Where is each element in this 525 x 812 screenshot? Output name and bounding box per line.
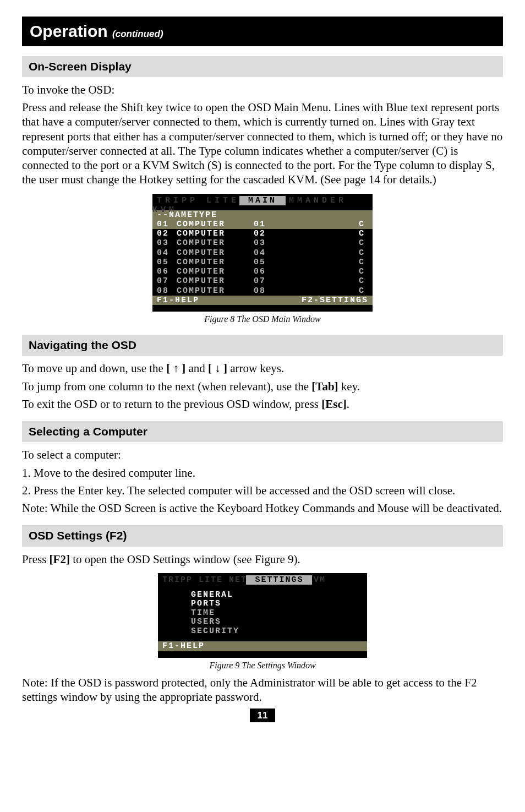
osd-main-footer: F1-HELP F2-SETTINGS	[152, 296, 373, 305]
osd-main-window: TRIPP LITE NETCOMMANDER KVM MAIN -- NAME…	[152, 194, 373, 312]
settings-item-security: SECURITY	[191, 627, 367, 636]
osd-settings-footer-help: F1-HELP	[162, 641, 363, 651]
settings-item-ports: PORTS	[191, 600, 367, 609]
figure-8-caption: Figure 8 The OSD Main Window	[22, 314, 503, 325]
settings-para: Press [F2] to open the OSD Settings wind…	[22, 552, 503, 566]
nav-line-2: To jump from one column to the next (whe…	[22, 379, 503, 394]
footer-note: Note: If the OSD is password protected, …	[22, 675, 503, 705]
title-main: Operation	[30, 22, 108, 40]
osd-row: 07 COMPUTER 07 C	[152, 276, 373, 286]
osd-main-header-row: -- NAME TYPE	[152, 210, 373, 220]
settings-item-time: TIME	[191, 609, 367, 618]
page-number: 11	[250, 709, 275, 722]
heading-navigating-osd: Navigating the OSD	[22, 335, 503, 356]
osd-row: 08 COMPUTER 08 C	[152, 286, 373, 296]
osd-settings-footer: F1-HELP	[158, 641, 367, 651]
osd-row: 05 COMPUTER 05 C	[152, 258, 373, 267]
heading-selecting-computer: Selecting a Computer	[22, 421, 503, 442]
osd-settings-window: TRIPP LITE NETCOMMANDER KVM SETTINGS GEN…	[158, 573, 367, 658]
osd-main-title-center: MAIN	[239, 196, 286, 205]
heading-on-screen-display: On-Screen Display	[22, 56, 503, 77]
select-step-1: 1. Move to the desired computer line.	[22, 466, 503, 480]
settings-item-users: USERS	[191, 618, 367, 627]
osd-footer-settings: F2-SETTINGS	[302, 296, 368, 305]
osd-row: 03 COMPUTER 03 C	[152, 238, 373, 248]
nav-line-3: To exit the OSD or to return to the prev…	[22, 397, 503, 411]
section-title-bar: Operation (continued)	[22, 17, 503, 46]
title-continued: (continued)	[112, 29, 163, 39]
osd-intro: To invoke the OSD:	[22, 83, 503, 97]
osd-paragraph: Press and release the Shift key twice to…	[22, 100, 503, 187]
osd-settings-title-center: SETTINGS	[246, 575, 312, 585]
nav-line-1: To move up and down, use the [ ↑ ] and […	[22, 361, 503, 375]
osd-row: 06 COMPUTER 06 C	[152, 267, 373, 276]
select-note: Note: While the OSD Screen is active the…	[22, 501, 503, 515]
osd-row: 04 COMPUTER 04 C	[152, 248, 373, 258]
settings-item-general: GENERAL	[191, 591, 367, 600]
osd-row: 02 COMPUTER 02 C	[152, 229, 373, 238]
osd-row: 01 COMPUTER 01 C	[152, 220, 373, 229]
heading-osd-settings: OSD Settings (F2)	[22, 525, 503, 546]
figure-9-caption: Figure 9 The Settings Window	[22, 660, 503, 671]
select-step-2: 2. Press the Enter key. The selected com…	[22, 483, 503, 498]
select-intro: To select a computer:	[22, 448, 503, 462]
osd-header-type: TYPE	[193, 210, 217, 220]
osd-footer-help: F1-HELP	[157, 296, 302, 305]
